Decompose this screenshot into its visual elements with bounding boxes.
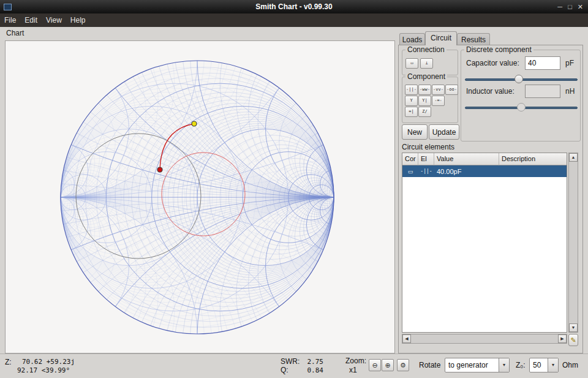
component-short-button[interactable]: =| bbox=[405, 107, 418, 117]
update-button[interactable]: Update bbox=[429, 124, 459, 140]
swr-value: 2.75 bbox=[301, 358, 323, 366]
new-button[interactable]: New bbox=[402, 124, 428, 140]
row-element-icon: -||- bbox=[418, 168, 434, 174]
capacitor-unit-label: pF bbox=[565, 59, 574, 67]
component-capacitor-button[interactable]: -||- bbox=[405, 85, 418, 95]
menu-help[interactable]: Help bbox=[66, 14, 90, 26]
titlebar: Smith Chart - v0.99.30 ─ □ ✕ bbox=[0, 0, 588, 13]
rotate-dropdown-icon[interactable]: ▾ bbox=[499, 358, 509, 372]
menubar: File Edit View Help bbox=[0, 13, 588, 27]
column-header-element[interactable]: El bbox=[418, 153, 434, 165]
component-group: Component -||- -ww- -vv- -oo- Y Y| -=- =… bbox=[402, 77, 458, 123]
zoom-label: Zoom: bbox=[345, 357, 366, 365]
window-title: Smith Chart - v0.99.30 bbox=[0, 2, 588, 11]
rotate-select[interactable]: to generator ▾ bbox=[445, 358, 510, 372]
discrete-component-group: Discrete component Capacitor value: pF I… bbox=[461, 50, 581, 142]
column-header-value[interactable]: Value bbox=[434, 153, 499, 165]
zoom-in-button[interactable]: ⊕ bbox=[382, 359, 394, 371]
table-header: Cor El Value Description bbox=[402, 153, 567, 165]
close-button[interactable]: ✕ bbox=[578, 3, 583, 11]
maximize-button[interactable]: □ bbox=[568, 3, 572, 10]
scroll-right-button[interactable]: ▶ bbox=[558, 335, 567, 343]
scroll-up-button[interactable]: ▲ bbox=[569, 153, 578, 162]
menu-view[interactable]: View bbox=[42, 14, 66, 26]
rotate-label: Rotate bbox=[419, 361, 440, 369]
menu-edit[interactable]: Edit bbox=[20, 14, 42, 26]
component-line-button[interactable]: -=- bbox=[432, 96, 445, 106]
zoom-out-icon: ⊖ bbox=[372, 361, 377, 369]
inductor-value-input[interactable] bbox=[525, 85, 560, 98]
row-connection-icon: ▭ bbox=[402, 168, 418, 175]
parallel-connection-button[interactable]: ⊥ bbox=[420, 58, 433, 69]
component-open-stub-button[interactable]: Y bbox=[405, 96, 418, 106]
component-group-label: Component bbox=[405, 72, 447, 81]
zoom-out-button[interactable]: ⊖ bbox=[369, 359, 381, 371]
component-resistor-button[interactable]: -vv- bbox=[432, 85, 445, 95]
edit-element-button[interactable]: ✎ bbox=[568, 334, 578, 346]
menu-file[interactable]: File bbox=[0, 14, 20, 26]
component-transformer-button[interactable]: -oo- bbox=[445, 85, 458, 95]
z0-dropdown-icon[interactable]: ▾ bbox=[548, 358, 558, 372]
z0-unit-label: Ohm bbox=[562, 361, 578, 369]
table-row[interactable]: ▭ -||- 40.00pF bbox=[402, 165, 567, 177]
capacitor-slider[interactable] bbox=[465, 75, 578, 84]
smith-chart-canvas[interactable] bbox=[5, 40, 395, 353]
circuit-elements-label: Circuit elements bbox=[402, 143, 454, 151]
z-rectangular-value: 70.62 +59.23j bbox=[22, 358, 75, 366]
scroll-left-button[interactable]: ◀ bbox=[402, 335, 411, 343]
zoom-value: x1 bbox=[349, 366, 357, 374]
zoom-in-icon: ⊕ bbox=[385, 361, 390, 369]
swr-label: SWR: bbox=[281, 357, 300, 366]
app-window: Smith Chart - v0.99.30 ─ □ ✕ File Edit V… bbox=[0, 0, 588, 378]
tab-loads[interactable]: Loads bbox=[399, 33, 425, 45]
table-vertical-scrollbar[interactable]: ▲ ▼ bbox=[568, 153, 578, 333]
z0-select[interactable]: 50 ▾ bbox=[529, 358, 559, 372]
column-header-description[interactable]: Description bbox=[499, 153, 567, 165]
tab-circuit[interactable]: Circuit bbox=[425, 31, 457, 45]
chart-frame-label: Chart bbox=[6, 29, 24, 37]
component-inductor-button[interactable]: -ww- bbox=[418, 85, 431, 95]
row-value: 40.00pF bbox=[434, 168, 499, 175]
circuit-elements-table[interactable]: Cor El Value Description ▭ -||- 40.00pF bbox=[402, 153, 567, 333]
z0-label: Z₀: bbox=[516, 361, 526, 369]
scroll-down-button[interactable]: ▼ bbox=[569, 323, 578, 332]
component-impedance-button[interactable]: Z/ bbox=[418, 107, 431, 117]
series-connection-button[interactable]: ▭ bbox=[405, 58, 418, 69]
pencil-icon: ✎ bbox=[570, 336, 576, 344]
z-label: Z: bbox=[5, 358, 12, 366]
statusbar: Z: 70.62 +59.23j 92.17 <39.99° SWR: 2.75… bbox=[0, 353, 588, 378]
z-polar-value: 92.17 <39.99° bbox=[17, 366, 70, 374]
table-horizontal-scrollbar[interactable]: ◀ ▶ bbox=[402, 334, 567, 344]
main-content: Chart Loads Circuit Results Connection ▭… bbox=[0, 27, 588, 353]
inductor-slider-knob[interactable] bbox=[517, 103, 526, 112]
rotate-selected-value: to generator bbox=[445, 358, 499, 372]
z0-selected-value: 50 bbox=[530, 358, 548, 372]
inductor-value-label: Inductor value: bbox=[466, 87, 514, 96]
q-label: Q: bbox=[281, 366, 288, 374]
capacitor-value-input[interactable] bbox=[525, 56, 560, 70]
smith-grid bbox=[6, 41, 394, 353]
discrete-component-group-label: Discrete component bbox=[464, 45, 533, 54]
inductor-unit-label: nH bbox=[565, 87, 575, 96]
tab-results[interactable]: Results bbox=[457, 33, 490, 45]
chart-settings-button[interactable]: ⚙ bbox=[397, 359, 409, 371]
connection-group: Connection ▭ ⊥ bbox=[402, 50, 458, 75]
gear-icon: ⚙ bbox=[400, 361, 406, 369]
capacitor-slider-knob[interactable] bbox=[514, 75, 523, 83]
component-shorted-stub-button[interactable]: Y| bbox=[418, 96, 431, 106]
smith-chart-svg bbox=[6, 41, 394, 353]
capacitor-value-label: Capacitor value: bbox=[466, 59, 519, 67]
q-value: 0.84 bbox=[301, 366, 323, 374]
connection-group-label: Connection bbox=[405, 45, 447, 54]
column-header-connection[interactable]: Cor bbox=[402, 153, 418, 165]
minimize-button[interactable]: ─ bbox=[557, 3, 562, 10]
inductor-slider[interactable] bbox=[465, 103, 578, 112]
